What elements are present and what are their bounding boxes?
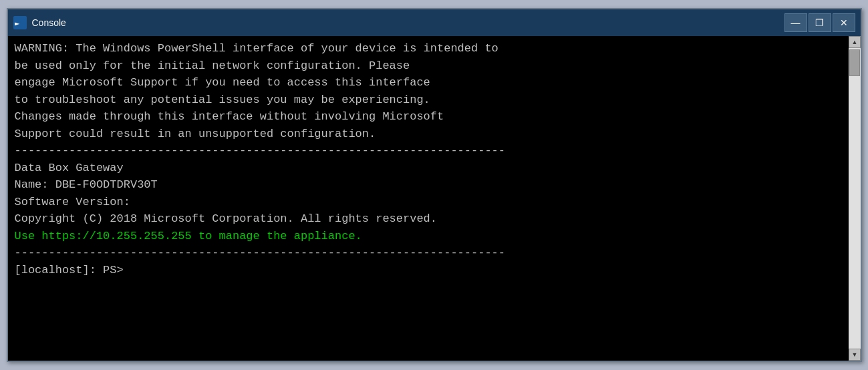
window-title: Console [32,17,66,28]
minimize-button[interactable]: — [784,13,807,32]
warning-line-1: WARNING: The Windows PowerShell interfac… [15,40,842,57]
title-bar: ► Console — ❐ ✕ [8,9,861,36]
info-line-3: Software Version: [15,194,842,211]
title-bar-left: ► Console [13,16,66,29]
scrollbar[interactable]: ▲ ▼ [849,36,861,361]
console-window: ► Console — ❐ ✕ WARNING: The Windows Pow… [7,8,862,362]
console-content[interactable]: WARNING: The Windows PowerShell interfac… [8,36,849,361]
close-button[interactable]: ✕ [833,13,855,32]
info-line-1: Data Box Gateway [15,160,842,177]
warning-line-6: Support could result in an unsupported c… [15,126,842,143]
svg-text:►: ► [15,19,20,28]
separator-2: ----------------------------------------… [15,244,842,262]
scroll-track[interactable] [849,48,861,349]
info-line-4: Copyright (C) 2018 Microsoft Corporation… [15,210,842,228]
powershell-icon: ► [13,16,27,29]
warning-line-3: engage Microsoft Support if you need to … [15,74,842,91]
green-line: Use https://10.255.255.255 to manage the… [15,228,842,245]
prompt-line: [localhost]: PS> [15,262,842,279]
console-body: WARNING: The Windows PowerShell interfac… [8,36,861,361]
separator-1: ----------------------------------------… [15,142,842,160]
title-bar-buttons: — ❐ ✕ [784,13,855,32]
scroll-down-arrow[interactable]: ▼ [849,349,861,361]
warning-line-5: Changes made through this interface with… [15,108,842,126]
warning-line-2: be used only for the initial network con… [15,57,842,75]
maximize-button[interactable]: ❐ [809,13,831,32]
scroll-up-arrow[interactable]: ▲ [849,36,861,48]
warning-line-4: to troubleshoot any potential issues you… [15,91,842,109]
scroll-thumb[interactable] [849,49,860,76]
info-line-2: Name: DBE-F0ODTDRV30T [15,176,842,194]
